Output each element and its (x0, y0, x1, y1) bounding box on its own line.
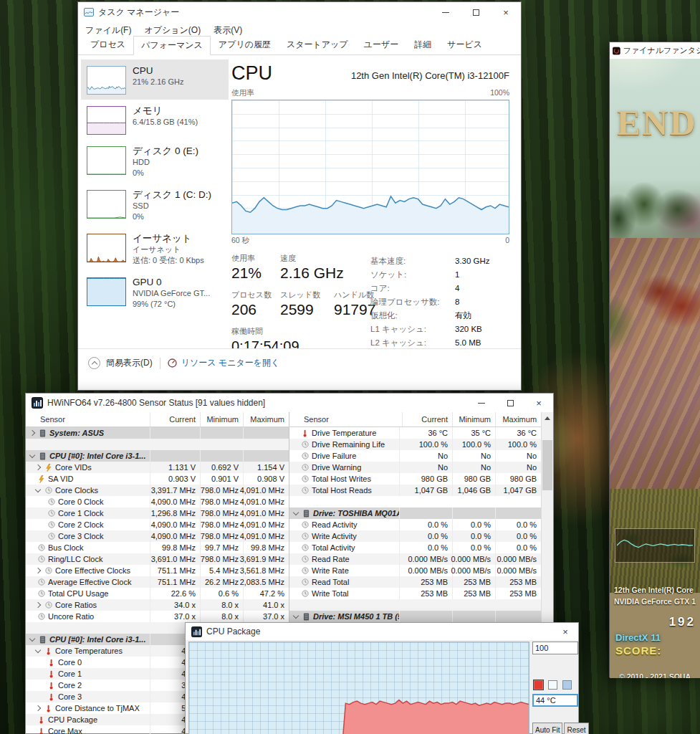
column-sensor[interactable]: Sensor (26, 415, 150, 424)
sensor-row[interactable]: Write Rate0.000 MB/s0.000 MB/s0.000 MB/s (289, 565, 541, 576)
sensor-section-row[interactable]: System: ASUS (26, 427, 289, 439)
cpu-details: 基本速度:3.30 GHz ソケット:1 コア:4 論理プロセッサ数:8 仮想化… (370, 254, 522, 363)
column-sensor[interactable]: Sensor (289, 415, 402, 424)
close-button[interactable]: × (524, 394, 553, 412)
sensor-row[interactable]: Drive Temperature36 °C35 °C36 °C (289, 427, 541, 439)
sensor-row[interactable]: Core 1 Clock1,296.8 MHz798.0 MHz4,091.0 … (26, 507, 289, 519)
ffxiv-titlebar[interactable]: ファイナルファンタジーXIV (610, 42, 700, 59)
tab-details[interactable]: 詳細 (406, 35, 439, 54)
expand-icon[interactable] (35, 602, 41, 608)
sensor-row[interactable]: Drive FailureNoNoNo (289, 450, 541, 462)
sensor-row[interactable]: Read Rate0.000 MB/s0.000 MB/s0.000 MB/s (289, 553, 541, 565)
sensor-section-row[interactable]: CPU [#0]: Intel Core i3-1... (26, 450, 289, 462)
tab-services[interactable]: サービス (439, 35, 490, 54)
sidebar-item-memory[interactable]: メモリ6.4/15.8 GB (41%) (81, 100, 229, 140)
swatch-blue[interactable] (562, 680, 572, 690)
sensor-row[interactable]: Core 2 Clock4,090.0 MHz798.0 MHz4,091.0 … (26, 519, 289, 530)
sensor-row[interactable]: Core VIDs1.131 V0.692 V1.154 V (26, 462, 289, 473)
cpu-usage-chart (231, 100, 509, 234)
maximize-button[interactable] (461, 2, 491, 22)
tab-performance[interactable]: パフォーマンス (133, 36, 211, 55)
resource-monitor-link[interactable]: リソース モニターを開く (181, 357, 280, 369)
scrollbar-thumb[interactable] (542, 440, 552, 490)
sensor-row[interactable]: Total CPU Usage22.6 %0.6 %47.2 % (26, 588, 289, 599)
column-maximum[interactable]: Maximum (495, 412, 541, 426)
task-manager-titlebar[interactable]: タスク マネージャー × (78, 2, 521, 22)
tab-app-history[interactable]: アプリの履歴 (211, 35, 279, 54)
sensor-row[interactable]: Core Effective Clocks751.1 MHz5.4 MHz3,5… (26, 565, 289, 576)
sensor-row[interactable]: Core Clocks3,391.7 MHz798.0 MHz4,091.0 M… (26, 485, 289, 496)
sensor-row[interactable]: Total Host Reads1,047 GB1,046 GB1,047 GB (289, 485, 541, 496)
sensor-row[interactable]: Write Activity0.0 %0.0 %0.0 % (289, 530, 541, 542)
expand-icon[interactable] (29, 452, 35, 457)
current-value-input[interactable]: 44 °C (532, 694, 578, 707)
sidebar-item-gpu[interactable]: GPU 0NVIDIA GeForce GT...99% (72 °C) (81, 271, 229, 315)
sensor-row[interactable]: Write Total253 MB253 MB253 MB (289, 588, 541, 599)
sensor-row[interactable]: Core Ratios34.0 x8.0 x41.0 x (26, 599, 289, 611)
sensor-row[interactable]: Total Activity0.0 %0.0 %0.0 % (289, 542, 541, 553)
sidebar-item-ethernet[interactable]: イーサネットイーサネット送信: 0 受信: 0 Kbps (81, 227, 229, 271)
expand-icon[interactable] (35, 705, 41, 711)
cpu-package-titlebar[interactable]: CPU Package × (186, 623, 578, 640)
sensor-value: 253 MB (452, 588, 495, 599)
benchmark-scene: END 12th Gen Intel(R) Core NVIDIA GeForc… (610, 59, 700, 678)
sensor-row[interactable]: Read Total253 MB253 MB253 MB (289, 576, 541, 588)
expand-icon[interactable] (293, 509, 299, 515)
scrollbar-top[interactable] (541, 412, 553, 427)
temp-icon (44, 647, 52, 655)
maximize-button[interactable] (496, 394, 524, 412)
reset-button[interactable]: Reset (564, 723, 588, 734)
sidebar-item-disk1[interactable]: ディスク 1 (C: D:)SSD0% (81, 184, 229, 227)
tab-users[interactable]: ユーザー (356, 35, 407, 54)
expand-icon[interactable] (35, 486, 41, 492)
sensor-row[interactable]: SA VID0.903 V0.901 V0.908 V (26, 473, 289, 485)
sensor-row[interactable]: Core 0 Clock4,090.0 MHz798.0 MHz4,091.0 … (26, 496, 289, 507)
expand-icon[interactable] (35, 647, 41, 652)
detail-row: 論理プロセッサ数:8 (370, 295, 522, 309)
sensor-value: 34.0 x (150, 599, 200, 611)
scale-max-input[interactable]: 100 (532, 642, 578, 654)
sensor-row[interactable]: Ring/LLC Clock3,691.0 MHz798.0 MHz3,691.… (26, 553, 289, 565)
expand-icon[interactable] (35, 568, 41, 573)
sensor-row[interactable]: Core 3 Clock4,090.0 MHz798.0 MHz4,091.0 … (26, 530, 289, 542)
tab-startup[interactable]: スタートアップ (279, 35, 356, 54)
swatch-white[interactable] (548, 680, 557, 690)
column-minimum[interactable]: Minimum (200, 412, 243, 426)
sensor-section-row[interactable]: Drive: MSI M450 1 TB (5... (289, 611, 541, 622)
expand-icon[interactable] (29, 635, 35, 641)
expand-icon[interactable] (35, 464, 41, 470)
sidebar-item-disk0[interactable]: ディスク 0 (E:)HDD0% (81, 140, 229, 184)
sensor-label: SA VID (48, 475, 73, 483)
expand-icon[interactable] (293, 612, 299, 618)
sensor-row[interactable]: Total Host Writes980 GB980 GB980 GB (289, 473, 541, 485)
sensor-row[interactable]: Drive Remaining Life100.0 %100.0 %100.0 … (289, 439, 541, 450)
sensor-row[interactable]: Drive WarningNoNoNo (289, 462, 541, 473)
menu-item-options[interactable]: オプション(O) (144, 24, 201, 37)
sensor-label: Core Clocks (55, 486, 98, 495)
sensor-row[interactable]: Average Effective Clock751.1 MHz26.2 MHz… (26, 576, 289, 588)
swatch-red[interactable] (534, 680, 543, 690)
menu-item-view[interactable]: 表示(V) (214, 24, 242, 37)
sensor-row[interactable]: Bus Clock99.8 MHz99.7 MHz99.8 MHz (26, 542, 289, 553)
auto-fit-button[interactable]: Auto Fit (532, 723, 562, 734)
sensor-value: 253 MB (495, 588, 541, 599)
simple-view-toggle[interactable]: 簡易表示(D) (106, 357, 153, 369)
cpu-mini-chart (87, 66, 126, 95)
tab-processes[interactable]: プロセス (82, 35, 133, 54)
column-maximum[interactable]: Maximum (243, 412, 289, 426)
column-minimum[interactable]: Minimum (452, 412, 495, 426)
sidebar-item-cpu[interactable]: CPU21% 2.16 GHz (81, 59, 229, 100)
close-button[interactable]: × (491, 2, 521, 22)
scrollbar-up-button[interactable] (542, 412, 553, 424)
sensor-row[interactable]: Uncore Ratio37.0 x8.0 x37.0 x (26, 611, 289, 622)
sensor-row[interactable]: Read Activity0.0 %0.0 %0.0 % (289, 519, 541, 530)
column-current[interactable]: Current (402, 412, 452, 426)
expand-icon[interactable] (29, 430, 35, 436)
column-current[interactable]: Current (150, 412, 200, 426)
sensor-section-row[interactable]: Drive: TOSHIBA MQ01A... (289, 507, 541, 519)
minimize-button[interactable] (467, 394, 496, 412)
close-button[interactable]: × (552, 623, 578, 640)
hwinfo-titlebar[interactable]: HWiNFO64 v7.26-4800 Sensor Status [91 va… (26, 394, 553, 412)
menu-item-file[interactable]: ファイル(F) (85, 24, 131, 37)
minimize-button[interactable] (431, 2, 461, 22)
